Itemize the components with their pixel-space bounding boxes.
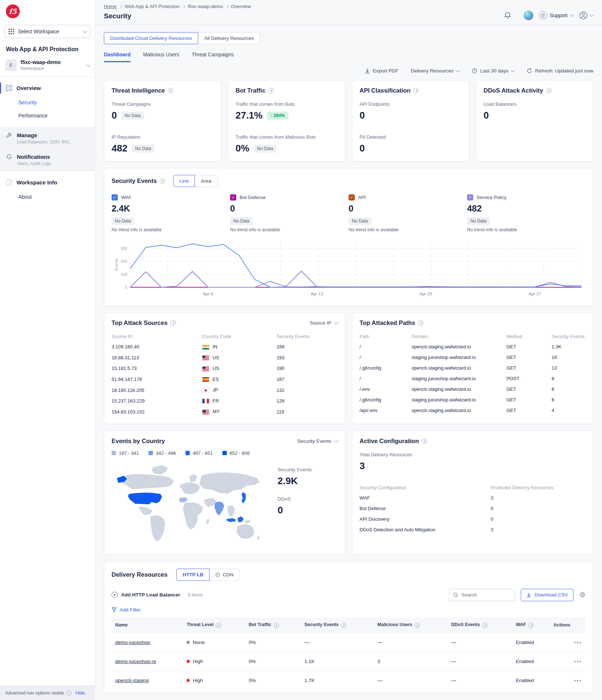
tab-malicious-users[interactable]: Malicious Users bbox=[143, 52, 179, 62]
f5-logo-icon[interactable]: f5 bbox=[6, 4, 20, 18]
support-menu[interactable]: @ Support bbox=[539, 11, 573, 19]
info-icon[interactable]: i bbox=[274, 623, 279, 628]
country-flag-icon-ES bbox=[202, 377, 210, 382]
info-icon[interactable]: i bbox=[341, 623, 346, 628]
map-stat-label: Security Events bbox=[278, 467, 312, 472]
resource-name-link[interactable]: demo-juiceshop-re bbox=[115, 659, 156, 664]
table-row: 15.181.5.73US190 bbox=[112, 363, 338, 374]
series-checkbox[interactable]: ✓ bbox=[349, 194, 355, 201]
api-classification-card: API Classificationi API Endpoints 0 PII … bbox=[352, 80, 469, 161]
row-actions-menu-icon[interactable]: ••• bbox=[574, 639, 582, 645]
info-icon[interactable]: i bbox=[414, 623, 420, 628]
source-ip-dropdown[interactable]: Source IP bbox=[310, 320, 338, 326]
toggle-distributed-cloud[interactable]: Distributed Cloud Delivery Resources bbox=[104, 32, 198, 44]
ddos-events: — bbox=[447, 671, 512, 690]
toggle-http-lb[interactable]: HTTP LB bbox=[176, 569, 210, 581]
sidebar-item-overview[interactable]: Overview bbox=[0, 80, 95, 96]
legend-swatch bbox=[222, 451, 227, 455]
series-checkbox[interactable]: ✓ bbox=[112, 194, 118, 201]
info-icon[interactable]: i bbox=[528, 623, 534, 628]
info-icon[interactable]: i bbox=[216, 623, 221, 628]
resource-name-link[interactable]: demo-juiceshop bbox=[115, 640, 150, 645]
http-method: GET bbox=[507, 341, 552, 352]
workspace-info-label: Workspace Info bbox=[16, 179, 57, 186]
row-actions-menu-icon[interactable]: ••• bbox=[574, 677, 582, 684]
sidebar-item-workspace-info[interactable]: i Workspace Info bbox=[0, 175, 95, 190]
notification-bell-icon[interactable] bbox=[504, 11, 512, 19]
breadcrumb-item[interactable]: Home bbox=[104, 4, 117, 9]
card-title: Top Attacked Paths bbox=[360, 319, 415, 326]
chart-line-toggle[interactable]: Line bbox=[173, 175, 195, 187]
info-icon[interactable]: i bbox=[268, 88, 274, 93]
download-csv-button[interactable]: Download CSV bbox=[521, 589, 573, 601]
sidebar-item-notifications[interactable]: Notifications Alerts, Audit Logs bbox=[0, 149, 95, 171]
add-http-lb-button[interactable]: + Add HTTP Load Balancer bbox=[112, 592, 180, 598]
sidebar-item-security[interactable]: Security bbox=[0, 96, 95, 109]
metric-label: Threat Campaigns bbox=[112, 101, 214, 107]
top-header: HomeWeb App & API Protectionf5xc-waap-de… bbox=[95, 0, 602, 25]
assistant-orb-icon[interactable] bbox=[524, 11, 533, 20]
metric-label: Traffic that comes from Bots bbox=[236, 101, 338, 107]
security-events-count: 193 bbox=[276, 352, 338, 363]
info-icon[interactable]: i bbox=[413, 88, 419, 93]
sidebar-item-performance[interactable]: Performance bbox=[0, 109, 95, 122]
info-icon[interactable]: i bbox=[168, 88, 173, 93]
chevron-down-icon bbox=[456, 68, 460, 72]
bot-traffic: 0% bbox=[245, 633, 301, 652]
series-label: Bot Defense bbox=[240, 195, 266, 200]
dropdown-label: Security Events bbox=[297, 438, 331, 444]
tab-dashboard[interactable]: Dashboard bbox=[104, 52, 131, 62]
sidebar-item-manage[interactable]: Manage Load Balancers, CDN, BIG... bbox=[0, 127, 95, 149]
delivery-resources-dropdown[interactable]: Delivery Resources bbox=[411, 68, 459, 74]
tab-threat-campaigns[interactable]: Threat Campaigns bbox=[192, 52, 234, 62]
active-config-table: Security Configuration Protected Deliver… bbox=[360, 483, 586, 535]
info-icon[interactable]: i bbox=[160, 178, 165, 184]
toggle-cdn[interactable]: CDN bbox=[209, 569, 240, 581]
security-events-count: 199 bbox=[276, 341, 338, 352]
search-input[interactable] bbox=[461, 592, 509, 598]
breadcrumb-item[interactable]: f5xc-waap-demo bbox=[188, 4, 223, 9]
namespace-name: f5xc-waap-demo bbox=[20, 59, 83, 65]
svg-text:Apr 20: Apr 20 bbox=[420, 292, 432, 296]
malicious-users: — bbox=[374, 633, 448, 652]
toggle-all-delivery[interactable]: All Delivery Resources bbox=[198, 32, 260, 44]
add-filter-button[interactable]: Add Filter bbox=[112, 607, 586, 613]
country-code: US bbox=[202, 352, 276, 363]
series-checkbox[interactable]: ✓ bbox=[467, 194, 473, 201]
trend-value: 294% bbox=[274, 113, 285, 118]
info-icon[interactable]: i bbox=[546, 88, 552, 93]
events-by-country-card: Events by Country Security Events 187 - … bbox=[104, 431, 345, 555]
metric-value: 27.1% bbox=[236, 110, 263, 121]
namespace-selector[interactable]: F f5xc-waap-demo Namespace bbox=[0, 57, 95, 77]
chart-area-toggle[interactable]: Area bbox=[195, 175, 218, 187]
breadcrumb-item[interactable]: Web App & API Protection bbox=[125, 4, 180, 9]
sidebar-item-about[interactable]: About bbox=[0, 190, 95, 203]
info-icon[interactable]: i bbox=[170, 320, 176, 326]
column-header: Security Events bbox=[552, 332, 586, 341]
advanced-nav-text: Advanced nav options visible bbox=[5, 690, 64, 696]
column-header: Malicious Usersi bbox=[374, 618, 448, 633]
column-header: Security Eventsi bbox=[301, 618, 374, 633]
info-icon[interactable]: i bbox=[418, 320, 424, 326]
header-divider bbox=[518, 11, 518, 20]
info-icon[interactable]: i bbox=[422, 438, 427, 444]
workspace-selector[interactable]: Select Workspace bbox=[4, 25, 90, 38]
map-stat-value: 0 bbox=[278, 505, 312, 516]
resource-name-link[interactable]: opencti-staging bbox=[115, 678, 149, 683]
account-menu[interactable] bbox=[579, 11, 593, 20]
table-row: Bot Defense0 bbox=[360, 503, 586, 514]
bot-traffic-card: Bot Traffici Traffic that comes from Bot… bbox=[228, 80, 345, 161]
row-actions-menu-icon[interactable]: ••• bbox=[574, 658, 582, 665]
info-icon[interactable]: i bbox=[482, 623, 488, 628]
hide-nav-link[interactable]: Hide bbox=[75, 690, 85, 696]
manage-label: Manage bbox=[17, 132, 73, 138]
export-pdf-button[interactable]: Export PDF bbox=[365, 68, 399, 74]
refresh-button[interactable]: Refresh: Updated just now bbox=[527, 68, 593, 74]
http-method: GET bbox=[507, 352, 552, 363]
table-settings-gear-icon[interactable]: ⚙ bbox=[579, 591, 586, 599]
map-metric-dropdown[interactable]: Security Events bbox=[297, 438, 338, 444]
time-range-dropdown[interactable]: Last 30 days bbox=[472, 68, 514, 74]
table-row: /.envopencti.staging.wafwizard.ioGET6 bbox=[360, 384, 586, 394]
series-checkbox[interactable]: ✓ bbox=[230, 194, 236, 201]
security-events-count: 6 bbox=[552, 384, 586, 394]
